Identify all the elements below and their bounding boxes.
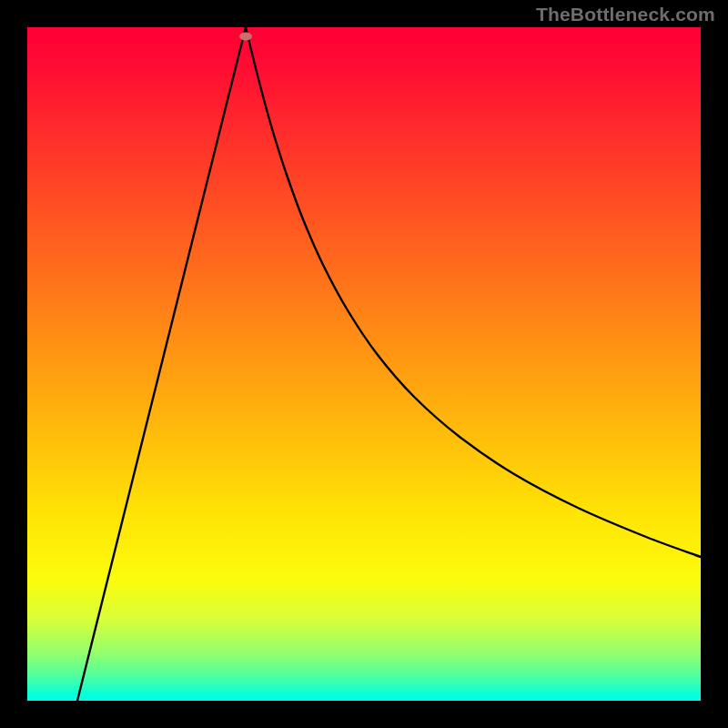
watermark-text: TheBottleneck.com [536, 4, 715, 25]
curve-path [77, 27, 701, 701]
chart-frame: TheBottleneck.com [0, 0, 728, 728]
minimum-marker [239, 33, 252, 41]
bottleneck-curve [27, 27, 701, 701]
plot-area [27, 27, 701, 701]
